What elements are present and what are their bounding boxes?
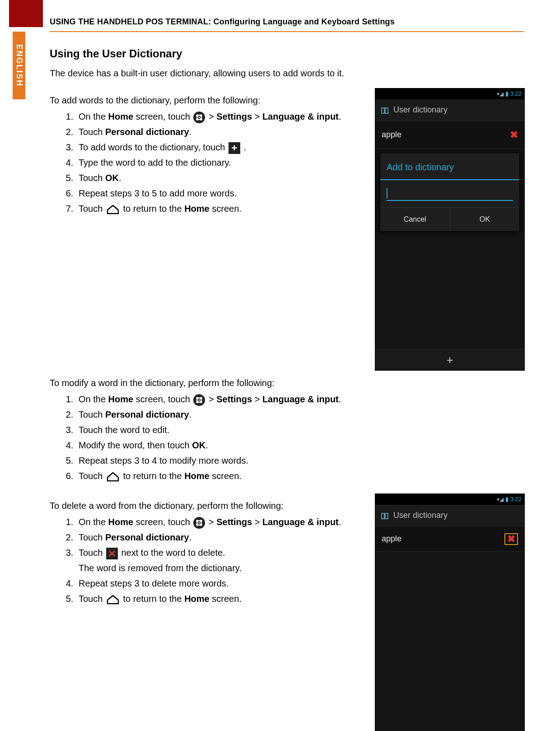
list-item: Modify the word, then touch OK. — [76, 438, 524, 452]
svg-point-17 — [201, 401, 202, 403]
home-icon — [106, 205, 120, 214]
svg-point-9 — [196, 397, 198, 398]
list-item: Touch Personal dictionary. — [76, 125, 366, 139]
svg-point-4 — [199, 116, 200, 118]
svg-point-11 — [201, 397, 202, 398]
list-item: Touch next to the word to delete. The wo… — [76, 546, 366, 575]
svg-point-21 — [196, 522, 198, 523]
section-intro: The device has a built-in user dictionar… — [50, 66, 524, 80]
header-rule — [50, 31, 524, 32]
dialog-title: Add to dictionary — [380, 153, 519, 180]
svg-point-6 — [196, 119, 198, 120]
svg-point-0 — [196, 114, 198, 116]
screen-title: User dictionary — [393, 104, 448, 116]
dictionary-icon — [381, 106, 389, 114]
svg-point-12 — [196, 399, 198, 400]
device-screenshot-add: ▾◢ ▮ 3:22 User dictionary apple ✖ — [375, 88, 525, 371]
home-icon — [106, 595, 120, 605]
modify-steps: On the Home screen, touch > Settings > L… — [50, 392, 524, 483]
list-item: Touch to return to the Home screen. — [76, 592, 366, 605]
svg-point-22 — [199, 522, 200, 523]
svg-point-16 — [199, 401, 200, 403]
list-item: On the Home screen, touch > Settings > L… — [76, 515, 366, 529]
delete-icon — [106, 548, 118, 559]
apps-icon — [193, 517, 205, 529]
word-text: apple — [382, 533, 401, 545]
svg-point-25 — [199, 524, 200, 526]
list-item: Repeat steps 3 to 4 to modify more words… — [76, 454, 524, 467]
list-item: Touch to return to the Home screen. — [76, 202, 366, 215]
add-word-bar[interactable]: + — [375, 349, 524, 370]
wifi-icon: ▾◢ — [497, 495, 504, 503]
svg-point-20 — [201, 520, 202, 521]
dialog-input[interactable] — [387, 188, 513, 201]
modify-lead: To modify a word in the dictionary, perf… — [50, 376, 524, 390]
svg-point-1 — [199, 114, 200, 116]
status-time: 3:22 — [510, 89, 522, 98]
delete-word-icon-highlighted[interactable]: ✖ — [504, 533, 518, 545]
svg-point-23 — [201, 522, 202, 523]
svg-point-10 — [199, 397, 200, 398]
delete-word-icon[interactable]: ✖ — [510, 127, 518, 142]
svg-point-3 — [196, 116, 198, 118]
svg-point-14 — [201, 399, 202, 400]
svg-point-5 — [201, 116, 202, 118]
list-item: Touch OK. — [76, 171, 366, 185]
dictionary-icon — [381, 512, 389, 520]
word-row[interactable]: apple ✖ — [375, 121, 524, 149]
dialog-ok-button[interactable]: OK — [450, 208, 520, 231]
add-steps: On the Home screen, touch > Settings > L… — [50, 110, 366, 215]
battery-icon: ▮ — [505, 89, 509, 98]
add-dialog: Add to dictionary Cancel OK — [380, 153, 520, 232]
list-item: Touch to return to the Home screen. — [76, 469, 524, 483]
svg-point-24 — [196, 524, 198, 526]
delete-lead: To delete a word from the dictionary, pe… — [50, 499, 366, 512]
word-text: apple — [382, 129, 401, 141]
svg-point-2 — [201, 114, 202, 116]
decor-red-square — [9, 0, 43, 27]
status-bar: ▾◢ ▮ 3:22 — [375, 494, 524, 505]
delete-steps: On the Home screen, touch > Settings > L… — [50, 515, 366, 605]
word-row[interactable]: apple ✖ — [375, 526, 524, 552]
home-icon — [106, 472, 120, 482]
svg-point-8 — [201, 119, 202, 120]
section-title: Using the User Dictionary — [50, 46, 524, 62]
battery-icon: ▮ — [505, 495, 509, 504]
apps-icon — [193, 112, 205, 123]
status-bar: ▾◢ ▮ 3:22 — [375, 88, 524, 99]
list-item: On the Home screen, touch > Settings > L… — [76, 392, 524, 406]
screen-title-bar: User dictionary — [375, 99, 524, 121]
svg-point-26 — [201, 524, 202, 526]
list-item: Type the word to add to the dictionary. — [76, 156, 366, 169]
list-item: Touch Personal dictionary. — [76, 531, 366, 544]
dialog-cancel-button[interactable]: Cancel — [380, 208, 450, 231]
language-tab: ENGLISH — [13, 32, 25, 99]
running-head: USING THE HANDHELD POS TERMINAL: Configu… — [50, 17, 524, 27]
list-item: Repeat steps 3 to delete more words. — [76, 577, 366, 590]
list-item: On the Home screen, touch > Settings > L… — [76, 110, 366, 123]
add-lead: To add words to the dictionary, perform … — [50, 93, 366, 107]
svg-point-18 — [196, 520, 198, 521]
device-screenshot-delete: ▾◢ ▮ 3:22 User dictionary apple ✖ — [375, 494, 525, 731]
list-item: Touch Personal dictionary. — [76, 408, 524, 421]
svg-point-7 — [199, 119, 200, 120]
list-item: To add words to the dictionary, touch + … — [76, 140, 366, 154]
screen-title: User dictionary — [393, 509, 448, 521]
svg-point-13 — [199, 399, 200, 400]
list-item: Touch the word to edit. — [76, 423, 524, 437]
status-time: 3:22 — [510, 495, 522, 504]
wifi-icon: ▾◢ — [497, 90, 504, 98]
svg-point-15 — [196, 401, 198, 403]
plus-icon: + — [229, 142, 240, 154]
list-item: Repeat steps 3 to 5 to add more words. — [76, 186, 366, 200]
screen-title-bar: User dictionary — [375, 505, 524, 526]
svg-point-19 — [199, 520, 200, 521]
apps-icon — [193, 394, 205, 406]
